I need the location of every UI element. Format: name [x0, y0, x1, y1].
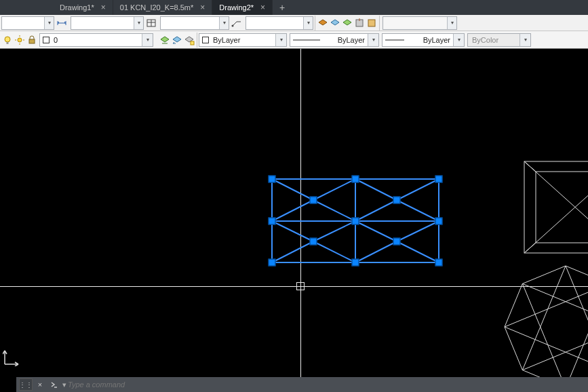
layer-tool-1-icon[interactable]	[317, 17, 329, 29]
linetype-selector[interactable]: ByLayer ▾	[290, 33, 379, 47]
layer-match-icon[interactable]	[159, 34, 171, 46]
grip-handle[interactable]	[269, 176, 276, 183]
tab-label: Drawing2*	[219, 3, 254, 12]
grip-handle[interactable]	[269, 259, 276, 267]
layer-state-icon[interactable]	[183, 34, 195, 46]
svg-line-42	[397, 221, 439, 241]
grip-handle[interactable]	[435, 176, 443, 183]
svg-line-57	[505, 327, 522, 370]
lock-icon[interactable]	[26, 34, 38, 46]
svg-marker-5	[331, 20, 339, 25]
tab-drawing1[interactable]: Drawing1* ×	[53, 0, 113, 15]
drawing-canvas[interactable]: ⋮⋮ × ▾	[0, 49, 588, 392]
document-tabs: Drawing1* × 01 KCN_I20_K=8.5m* × Drawing…	[0, 0, 588, 15]
dimension-icon[interactable]	[54, 16, 69, 31]
grip-handle[interactable]	[435, 218, 443, 225]
tab-drawing2[interactable]: Drawing2* ×	[212, 0, 273, 15]
grip-handle[interactable]	[435, 259, 443, 267]
svg-line-62	[566, 266, 588, 283]
layer-tool-3-icon[interactable]	[341, 17, 353, 29]
chevron-down-icon[interactable]: ▾	[303, 17, 313, 29]
style-combo-3[interactable]: ▾	[160, 16, 229, 30]
command-input[interactable]	[68, 380, 588, 389]
selected-geometry[interactable]	[0, 49, 588, 392]
grip-handle[interactable]	[310, 238, 317, 246]
svg-line-40	[313, 221, 355, 241]
svg-line-69	[522, 283, 588, 327]
svg-point-3	[232, 24, 234, 26]
table-icon[interactable]	[144, 16, 159, 31]
svg-rect-47	[524, 161, 588, 253]
unselected-geometry	[0, 49, 588, 392]
command-line[interactable]: ⋮⋮ × ▾	[16, 377, 588, 392]
grip-handle[interactable]	[352, 218, 359, 225]
grip-handle[interactable]	[393, 197, 401, 204]
style-combo-1[interactable]: ▾	[1, 16, 54, 30]
crosshair-vertical	[300, 49, 301, 392]
svg-marker-18	[161, 37, 169, 42]
svg-rect-22	[191, 41, 194, 45]
close-icon[interactable]: ×	[199, 3, 206, 12]
svg-rect-11	[7, 42, 9, 44]
command-drag-handle[interactable]: ⋮⋮	[19, 378, 33, 391]
color-selector[interactable]: ByLayer ▾	[199, 33, 287, 47]
chevron-down-icon[interactable]: ▾	[142, 34, 153, 46]
style-combo-2[interactable]: ▾	[71, 16, 144, 30]
crosshair-horizontal	[0, 286, 588, 287]
mleader-icon[interactable]	[229, 16, 244, 31]
layer-color-swatch	[43, 37, 50, 43]
svg-line-39	[272, 221, 313, 241]
lineweight-label: ByLayer	[404, 36, 453, 44]
svg-marker-4	[319, 20, 327, 25]
svg-line-56	[505, 283, 522, 327]
chevron-down-icon[interactable]: ▾	[275, 34, 286, 46]
svg-marker-6	[343, 20, 351, 25]
svg-line-36	[313, 200, 355, 221]
svg-line-66	[522, 327, 588, 370]
chevron-down-icon[interactable]: ▾	[520, 34, 530, 46]
svg-line-63	[522, 266, 566, 370]
svg-point-10	[5, 37, 10, 42]
chevron-down-icon[interactable]: ▾	[134, 17, 143, 29]
layer-previous-icon[interactable]	[171, 34, 183, 46]
svg-point-12	[18, 38, 22, 42]
grip-handle[interactable]	[352, 176, 359, 183]
grip-handle[interactable]	[352, 259, 359, 267]
linetype-label: ByLayer	[320, 36, 368, 44]
sun-icon[interactable]	[14, 34, 26, 46]
properties-bar: 0 ▾ ByLayer ▾ ByLayer ▾ ByLayer ▾ ByColo…	[0, 31, 588, 49]
svg-line-53	[524, 243, 536, 253]
grip-handle[interactable]	[393, 238, 401, 246]
grip-handle[interactable]	[269, 218, 276, 225]
chevron-down-icon[interactable]: ▾	[44, 17, 54, 29]
pickbox-cursor	[296, 282, 305, 290]
layer-tool-5-icon[interactable]	[366, 17, 378, 29]
svg-line-44	[313, 241, 355, 262]
close-icon[interactable]: ×	[100, 3, 107, 12]
chevron-down-icon[interactable]: ▾	[453, 34, 464, 46]
chevron-down-icon[interactable]: ▾	[368, 34, 378, 46]
tab-label: Drawing1*	[60, 3, 94, 12]
lineweight-selector[interactable]: ByLayer ▾	[382, 33, 465, 47]
layer-tool-2-icon[interactable]	[329, 17, 341, 29]
layer-selector[interactable]: 0 ▾	[39, 33, 153, 47]
svg-line-45	[355, 241, 397, 262]
layer-tool-4-icon[interactable]	[353, 17, 366, 29]
svg-marker-20	[173, 37, 181, 42]
lightbulb-icon[interactable]	[1, 34, 14, 46]
chevron-down-icon[interactable]: ▾	[447, 17, 456, 29]
chevron-down-icon[interactable]: ▾	[219, 17, 229, 29]
tab-kcn[interactable]: 01 KCN_I20_K=8.5m* ×	[113, 0, 213, 15]
ucs-icon	[3, 349, 20, 366]
svg-line-64	[522, 283, 566, 388]
svg-line-50	[524, 161, 588, 253]
new-tab-button[interactable]: +	[273, 0, 292, 15]
svg-line-49	[524, 161, 588, 253]
block-combo[interactable]: ▾	[383, 16, 457, 30]
close-icon[interactable]: ×	[259, 3, 267, 12]
style-combo-4[interactable]: ▾	[246, 16, 313, 30]
close-icon[interactable]: ×	[34, 378, 46, 391]
grip-handle[interactable]	[310, 197, 317, 204]
plotstyle-selector[interactable]: ByColor ▾	[467, 33, 531, 47]
svg-line-43	[272, 241, 313, 262]
